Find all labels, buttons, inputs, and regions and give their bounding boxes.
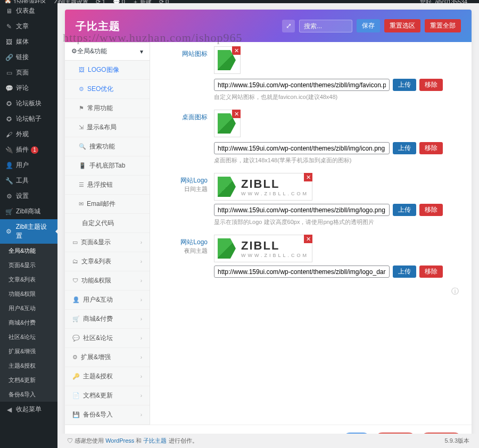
sidebar-subitem-2[interactable]: 文章&列表 xyxy=(0,272,57,287)
sidebar-item-7[interactable]: ✪论坛帖子 xyxy=(0,111,57,127)
remove-icon[interactable]: ✕ xyxy=(232,110,241,118)
search-input[interactable] xyxy=(299,20,352,32)
tab-parent-8[interactable]: 📄文档&更新› xyxy=(65,386,150,405)
collapse-menu[interactable]: ◀收起菜单 xyxy=(0,402,57,417)
url-input[interactable] xyxy=(214,142,390,154)
sidebar-subitem-4[interactable]: 用户&互动 xyxy=(0,301,57,316)
panel-title: 子比主题 xyxy=(76,19,120,34)
sidebar-item-3[interactable]: 🔗链接 xyxy=(0,49,57,65)
chevron-right-icon: › xyxy=(141,239,142,245)
field-row-1: 桌面图标✕上传移除桌面图标，建议148x148(苹果手机添加到桌面的图标) xyxy=(150,105,472,169)
tab-sub-1[interactable]: ⇲显示&布局 xyxy=(65,118,150,137)
sidebar-subitem-6[interactable]: 社区&论坛 xyxy=(0,330,57,344)
menu-icon: 🖼 xyxy=(5,38,13,46)
remove-icon[interactable]: ✕ xyxy=(304,173,312,181)
tab-sub-5[interactable]: ✉Email邮件 xyxy=(65,195,150,214)
fields-container: ⓘ 网站图标✕上传移除自定义网站图标，也就是favicon.ico(建议48x4… xyxy=(150,42,472,425)
tab-parent-3[interactable]: 👤用户&互动› xyxy=(65,291,150,310)
chevron-right-icon: › xyxy=(141,278,142,284)
sidebar-subitem-3[interactable]: 功能&权限 xyxy=(0,287,57,301)
field-label: 桌面图标 xyxy=(182,113,208,121)
sidebar-item-5[interactable]: 💬评论 xyxy=(0,80,57,96)
menu-icon: ⚙ xyxy=(5,228,13,235)
field-hint: 夜间主题 xyxy=(150,247,208,255)
sidebar-item-13[interactable]: 🛒Zibll商城 xyxy=(0,204,57,219)
update-badge: 1 xyxy=(31,146,38,154)
remove-icon[interactable]: ✕ xyxy=(232,46,241,55)
url-input[interactable] xyxy=(214,79,390,91)
remove-button[interactable]: 移除 xyxy=(419,204,443,216)
theme-link[interactable]: 子比主题 xyxy=(143,437,167,444)
sidebar-subitem-9[interactable]: 文档&更新 xyxy=(0,373,57,387)
help-text: 显示在顶部的Logo 建议高度60px，请使用png格式的透明图片 xyxy=(214,218,461,226)
sidebar-subitem-10[interactable]: 备份&导入 xyxy=(0,387,57,402)
sidebar-item-4[interactable]: ▭页面 xyxy=(0,65,57,80)
tab-sub-6[interactable]: 自定义代码 xyxy=(65,214,150,233)
ab-zero[interactable]: ⟳ 0 xyxy=(159,0,169,3)
upload-button[interactable]: 上传 xyxy=(393,266,416,278)
tab-sub-3[interactable]: 📱手机底部Tab xyxy=(65,156,150,176)
tab-parent-0[interactable]: ▭页面&显示› xyxy=(65,233,150,252)
ab-updates[interactable]: ⟳ 1 xyxy=(96,0,105,3)
chevron-right-icon: › xyxy=(141,412,142,418)
reset-all-button[interactable]: 重置全部 xyxy=(425,19,461,32)
ab-greeting[interactable]: 您好, abc0135534 xyxy=(420,0,467,3)
tab-seo[interactable]: ⚙SEO优化 xyxy=(65,80,150,99)
url-input[interactable] xyxy=(214,204,390,216)
sidebar-item-14[interactable]: ⚙Zibll主题设置 xyxy=(0,219,57,244)
sidebar-item-10[interactable]: 👤用户 xyxy=(0,157,57,173)
reset-section-button[interactable]: 重置选区 xyxy=(384,19,420,32)
field-label: 网站Logo xyxy=(180,238,208,246)
upload-button[interactable]: 上传 xyxy=(393,79,416,91)
tab-parent-4[interactable]: 🛒商城&付费› xyxy=(65,310,150,329)
remove-button[interactable]: 移除 xyxy=(419,266,443,278)
tab-parent-1[interactable]: 🗂文章&列表› xyxy=(65,252,150,271)
sidebar-item-9[interactable]: 🔌插件1 xyxy=(0,142,57,157)
remove-button[interactable]: 移除 xyxy=(419,79,443,91)
chevron-right-icon: › xyxy=(141,393,142,399)
tab-parent-5[interactable]: 💬社区&论坛› xyxy=(65,329,150,348)
upload-button[interactable]: 上传 xyxy=(393,204,416,216)
sidebar-item-0[interactable]: 🖥仪表盘 xyxy=(0,3,57,19)
info-icon[interactable]: ⓘ xyxy=(451,287,459,296)
url-input[interactable] xyxy=(214,266,390,278)
tab-parent-6[interactable]: ⚙扩展&增强› xyxy=(65,348,150,367)
tab-parent-7[interactable]: 🔑主题&授权› xyxy=(65,367,150,386)
menu-icon: 🔌 xyxy=(5,146,13,154)
ab-comments[interactable]: 💬 0 xyxy=(113,0,125,3)
help-text: 自定义网站图标，也就是favicon.ico(建议48x48) xyxy=(214,93,461,101)
logo-icon xyxy=(218,238,236,259)
ab-current[interactable]: Zibll主题设置 xyxy=(54,0,88,3)
wordpress-link[interactable]: WordPress xyxy=(105,437,134,444)
tab-sub-4[interactable]: ☰悬浮按钮 xyxy=(65,176,150,195)
tab-parent-2[interactable]: 🛡功能&权限› xyxy=(65,271,150,291)
ab-new[interactable]: ＋ 新建 xyxy=(133,0,152,3)
field-row-3: 网站Logo夜间主题✕ZIBLLWWW.ZIBLL.COM上传移除 xyxy=(150,230,472,282)
tab-sub-0[interactable]: ⚑常用功能 xyxy=(65,99,150,118)
sidebar-subitem-7[interactable]: 扩展&增强 xyxy=(0,344,57,359)
remove-button[interactable]: 移除 xyxy=(419,142,443,154)
remove-icon[interactable]: ✕ xyxy=(304,235,312,243)
sidebar-item-2[interactable]: 🖼媒体 xyxy=(0,34,57,49)
sidebar-subitem-1[interactable]: 页面&显示 xyxy=(0,258,57,272)
tab-sub-2[interactable]: 🔍搜索功能 xyxy=(65,137,150,156)
tab-parent-9[interactable]: 💾备份&导入› xyxy=(65,405,150,425)
menu-icon: 🔧 xyxy=(5,177,13,185)
tab-logo[interactable]: 🖼LOGO图像 xyxy=(65,61,150,80)
group-head-global[interactable]: ⚙全局&功能 ▾ xyxy=(65,42,150,61)
chevron-right-icon: › xyxy=(141,259,142,264)
sidebar-item-1[interactable]: ✎文章 xyxy=(0,19,57,34)
wp-version: 5.9.3版本 xyxy=(445,437,469,445)
expand-icon[interactable]: ⤢ xyxy=(282,20,295,32)
sidebar-subitem-5[interactable]: 商城&付费 xyxy=(0,316,57,330)
upload-button[interactable]: 上传 xyxy=(393,142,416,154)
sidebar-subitem-0[interactable]: 全局&功能 xyxy=(0,244,57,258)
field-label: 网站图标 xyxy=(182,50,208,57)
sidebar-item-8[interactable]: 🖌外观 xyxy=(0,127,57,142)
sidebar-subitem-8[interactable]: 主题&授权 xyxy=(0,359,57,373)
sidebar-item-12[interactable]: ⚙设置 xyxy=(0,188,57,204)
sidebar-item-6[interactable]: ✪论坛板块 xyxy=(0,96,57,111)
save-button[interactable]: 保存 xyxy=(357,19,380,32)
sidebar-item-11[interactable]: 🔧工具 xyxy=(0,173,57,188)
logo-icon xyxy=(218,177,236,197)
